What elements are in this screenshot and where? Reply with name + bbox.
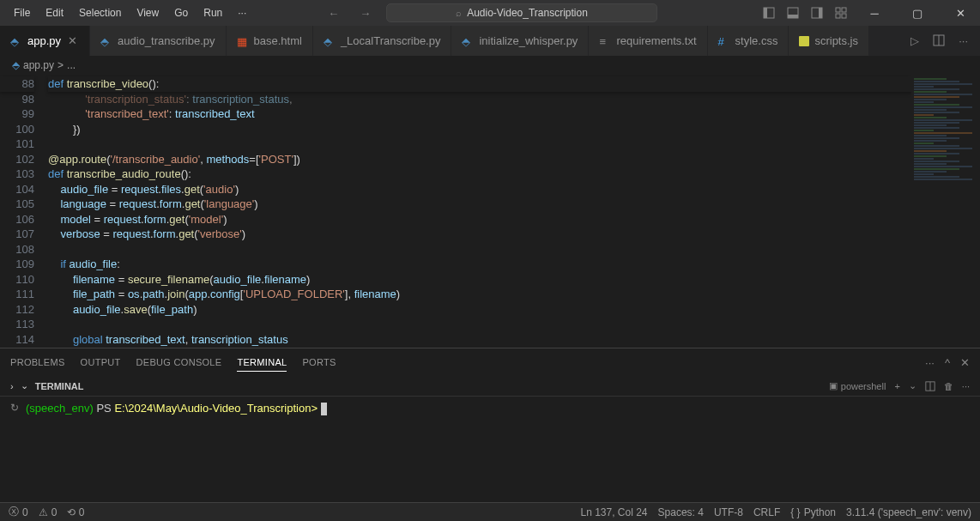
- bottom-panel: PROBLEMSOUTPUTDEBUG CONSOLETERMINALPORTS…: [0, 348, 980, 502]
- tab-_LocalTranscribe-py[interactable]: ⬘_LocalTranscribe.py: [313, 26, 452, 56]
- tab-scripts-js[interactable]: scripts.js: [789, 26, 869, 56]
- menu-···[interactable]: ···: [231, 3, 253, 22]
- status-eol[interactable]: CRLF: [753, 506, 780, 518]
- breadcrumb[interactable]: ⬘ app.py > ...: [0, 56, 980, 75]
- terminal[interactable]: ↻ (speech_env) PS E:\2024\May\Audio-Vide…: [0, 397, 980, 502]
- search-icon: ⌕: [456, 8, 462, 18]
- panel-close-icon[interactable]: ✕: [960, 356, 970, 369]
- panel-tab-output[interactable]: OUTPUT: [81, 354, 121, 372]
- svg-rect-1: [764, 8, 767, 18]
- search-label: Audio-Video_Transcription: [467, 7, 588, 19]
- nav-forward-icon[interactable]: →: [354, 5, 376, 21]
- status-ports-icon[interactable]: ⟲ 0: [67, 506, 84, 518]
- svg-rect-7: [842, 8, 846, 12]
- tab-label: _LocalTranscribe.py: [341, 34, 441, 47]
- minimap[interactable]: [911, 75, 980, 348]
- py-file-icon: ⬘: [462, 35, 474, 47]
- window-minimize-button[interactable]: ─: [855, 0, 894, 26]
- tab-label: scripts.js: [814, 34, 858, 47]
- tab-style-css[interactable]: #style.css: [708, 26, 789, 56]
- layout-panel-bottom-icon[interactable]: [783, 3, 803, 23]
- terminal-dropdown-icon[interactable]: ⌄: [909, 380, 916, 391]
- layout-sidebar-left-icon[interactable]: [759, 3, 779, 23]
- menu-go[interactable]: Go: [167, 3, 195, 22]
- tab-app-py[interactable]: ⬘app.py✕: [0, 26, 90, 56]
- more-actions-icon[interactable]: ···: [955, 33, 971, 49]
- titlebar: FileEditSelectionViewGoRun··· ← → ⌕ Audi…: [0, 0, 980, 26]
- menu-view[interactable]: View: [130, 3, 166, 22]
- tab-close-icon[interactable]: ✕: [66, 33, 79, 49]
- menu-selection[interactable]: Selection: [72, 3, 128, 22]
- status-encoding[interactable]: UTF-8: [714, 506, 743, 518]
- menu-edit[interactable]: Edit: [39, 3, 70, 22]
- tab-base-html[interactable]: ▦base.html: [227, 26, 313, 56]
- status-interpreter[interactable]: 3.11.4 ('speech_env': venv): [846, 506, 971, 518]
- menubar: FileEditSelectionViewGoRun···: [7, 3, 253, 22]
- terminal-more-icon[interactable]: ···: [962, 381, 970, 391]
- new-terminal-button[interactable]: +: [894, 381, 899, 391]
- terminal-title: TERMINAL: [35, 381, 84, 391]
- editor-tabs-bar: ⬘app.py✕⬘audio_transcribe.py▦base.html⬘_…: [0, 26, 980, 56]
- terminal-history-icon[interactable]: ↻: [10, 402, 19, 414]
- breadcrumb-separator: >: [57, 59, 64, 71]
- python-file-icon: ⬘: [12, 59, 20, 71]
- svg-rect-6: [836, 8, 840, 12]
- svg-rect-8: [836, 14, 840, 18]
- nav-back-icon[interactable]: ←: [323, 5, 344, 21]
- txt-file-icon: ≡: [599, 35, 611, 47]
- svg-rect-3: [788, 15, 798, 18]
- chevron-down-icon[interactable]: ⌄: [21, 380, 28, 391]
- terminal-profile-selector[interactable]: ▣ powershell: [829, 380, 886, 391]
- panel-tab-problems[interactable]: PROBLEMS: [10, 354, 65, 372]
- command-center-search[interactable]: ⌕ Audio-Video_Transcription: [386, 3, 657, 22]
- run-button-icon[interactable]: ▷: [907, 33, 923, 49]
- status-indentation[interactable]: Spaces: 4: [658, 506, 704, 518]
- chevron-right-icon[interactable]: ›: [10, 381, 14, 391]
- window-close-button[interactable]: ✕: [941, 0, 980, 26]
- layout-sidebar-right-icon[interactable]: [807, 3, 827, 23]
- panel-tab-debug-console[interactable]: DEBUG CONSOLE: [136, 354, 222, 372]
- tab-label: app.py: [27, 34, 61, 47]
- terminal-profile-label: powershell: [841, 381, 886, 391]
- window-maximize-button[interactable]: ▢: [898, 0, 937, 26]
- status-bar: ⓧ 0 ⚠ 0 ⟲ 0 Ln 137, Col 24 Spaces: 4 UTF…: [0, 502, 980, 521]
- svg-rect-9: [842, 14, 846, 18]
- html-file-icon: ▦: [237, 35, 249, 47]
- status-line-col[interactable]: Ln 137, Col 24: [580, 506, 647, 518]
- terminal-header: › ⌄ TERMINAL ▣ powershell + ⌄ 🗑 ···: [0, 376, 980, 397]
- panel-tabs-bar: PROBLEMSOUTPUTDEBUG CONSOLETERMINALPORTS…: [0, 348, 980, 376]
- tab-initialize_whisper-py[interactable]: ⬘initialize_whisper.py: [451, 26, 589, 56]
- terminal-env: (speech_env): [26, 402, 94, 415]
- menu-file[interactable]: File: [7, 3, 37, 22]
- layout-customize-icon[interactable]: [831, 3, 851, 23]
- menu-run[interactable]: Run: [197, 3, 229, 22]
- panel-more-icon[interactable]: ···: [925, 356, 935, 369]
- panel-tab-ports[interactable]: PORTS: [302, 354, 336, 372]
- tab-label: requirements.txt: [616, 34, 696, 47]
- tab-audio_transcribe-py[interactable]: ⬘audio_transcribe.py: [90, 26, 226, 56]
- css-file-icon: #: [718, 35, 730, 47]
- status-language[interactable]: { } Python: [790, 506, 836, 518]
- tab-label: style.css: [735, 34, 778, 47]
- svg-rect-5: [819, 8, 822, 18]
- editor-area: 8898991001011021031041051061071081091101…: [0, 75, 980, 348]
- split-terminal-icon[interactable]: [925, 381, 935, 391]
- js-file-icon: [799, 36, 809, 46]
- window-controls: ─ ▢ ✕: [759, 0, 980, 26]
- editor-tabs: ⬘app.py✕⬘audio_transcribe.py▦base.html⬘_…: [0, 26, 869, 56]
- breadcrumb-file: app.py: [23, 59, 54, 71]
- terminal-path: E:\2024\May\Audio-Video_Transcription>: [114, 402, 318, 415]
- split-editor-icon[interactable]: [929, 33, 948, 49]
- status-warnings[interactable]: ⚠ 0: [39, 506, 57, 518]
- tab-requirements-txt[interactable]: ≡requirements.txt: [589, 26, 707, 56]
- tab-label: base.html: [254, 34, 302, 47]
- panel-tab-terminal[interactable]: TERMINAL: [237, 354, 287, 372]
- line-gutter: 8898991001011021031041051061071081091101…: [0, 75, 48, 348]
- code-editor[interactable]: 8898991001011021031041051061071081091101…: [0, 75, 911, 348]
- status-errors[interactable]: ⓧ 0: [9, 505, 28, 519]
- code-content[interactable]: def transcribe_video(): 'transcription_s…: [48, 75, 911, 348]
- kill-terminal-icon[interactable]: 🗑: [944, 381, 953, 391]
- terminal-prompt-line: (speech_env) PS E:\2024\May\Audio-Video_…: [26, 402, 327, 497]
- panel-maximize-icon[interactable]: ^: [945, 356, 950, 369]
- terminal-cursor: [321, 403, 327, 415]
